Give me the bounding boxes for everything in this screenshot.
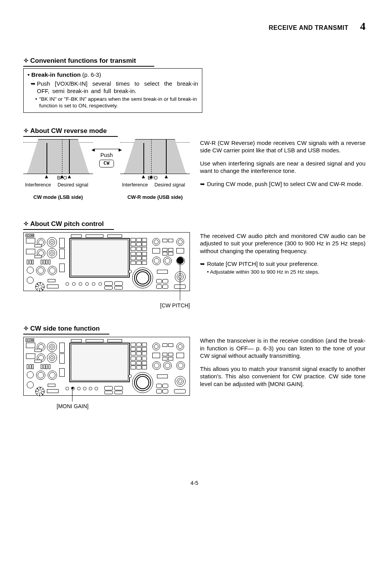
section-convenient-transmit: ✧Convenient functions for transmit xyxy=(23,57,154,67)
cw-sidetone-text: When the transceiver is in the receive c… xyxy=(200,337,365,393)
breakin-box: • Break-in function (p. 6-3) ➥ Push [VOX… xyxy=(23,68,202,112)
breakin-instruction-text: Push [VOX/BK-IN] several times to select… xyxy=(37,80,198,95)
brand-badge: iCOM xyxy=(26,338,34,342)
push-cw-block: ◀▶ Push CW xyxy=(93,148,120,167)
section-heading-text: Convenient functions for transmit xyxy=(30,57,136,64)
cw-sidetone-para2: This allows you to match your transmit s… xyxy=(200,365,365,388)
cwr-mode-caption: CW-R mode (USB side) xyxy=(120,194,190,201)
breakin-ref: (p. 6-3) xyxy=(82,71,101,78)
cw-pitch-diagram: iCOM xyxy=(23,232,190,309)
diamond-icon: ✧ xyxy=(23,127,29,134)
section-cw-pitch: ✧About CW pitch control xyxy=(23,220,114,230)
breakin-title-row: • Break-in function (p. 6-3) xyxy=(28,71,198,79)
section-cw-reverse: ✧About CW reverse mode xyxy=(23,127,118,137)
header-title: RECEIVE AND TRANSMIT xyxy=(269,24,348,32)
desired-label: Desired signal xyxy=(154,182,185,188)
diamond-icon: ✧ xyxy=(23,325,29,332)
interference-label: Interference xyxy=(122,182,148,188)
diamond-icon: ✧ xyxy=(23,57,29,64)
cw-pitch-instruction-text: Rotate [CW PITCH] to suit your preferenc… xyxy=(207,260,365,268)
breakin-instruction: ➥ Push [VOX/BK-IN] several times to sele… xyxy=(28,80,198,95)
cw-reverse-diagram: ▲ ▲ ▲ BFO Interference Desired signal CW… xyxy=(23,139,190,209)
page-number: 4-5 xyxy=(23,479,365,486)
brand-badge: iCOM xyxy=(26,234,34,237)
arrow-icon: ➥ xyxy=(31,80,37,88)
cwr-mode-panel: ▲ ▲ ▲ BFO Interference Desired signal CW… xyxy=(120,139,190,201)
arrow-icon: ➥ xyxy=(200,260,207,268)
arrow-icon: ➥ xyxy=(200,180,207,188)
cw-button[interactable]: CW xyxy=(99,160,114,167)
chapter-number: 4 xyxy=(360,19,365,33)
cw-reverse-para2: Use when interfering signals are near a … xyxy=(200,160,365,175)
cw-pitch-note: • Adjustable within 300 to 900 Hz in 25 … xyxy=(200,269,365,276)
cw-reverse-text: CW-R (CW Reverse) mode receives CW signa… xyxy=(200,139,365,188)
cw-reverse-para1: CW-R (CW Reverse) mode receives CW signa… xyxy=(200,139,365,154)
interference-label: Interference xyxy=(25,182,51,188)
breakin-note-text: "BK IN" or "F-BK IN" appears when the se… xyxy=(39,96,198,109)
bullet-icon: • xyxy=(35,96,39,103)
moni-gain-callout: [MONI GAIN] xyxy=(23,403,190,410)
page-header: RECEIVE AND TRANSMIT 4 xyxy=(23,19,365,33)
desired-label: Desired signal xyxy=(57,182,88,188)
cw-pitch-callout: [CW PITCH] xyxy=(23,302,190,309)
cw-pitch-para1: The received CW audio pitch and monitore… xyxy=(200,232,365,255)
cw-pitch-text: The received CW audio pitch and monitore… xyxy=(200,232,365,276)
cw-reverse-instruction-text: During CW mode, push [CW] to select CW a… xyxy=(207,180,365,188)
cw-reverse-instruction: ➥ During CW mode, push [CW] to select CW… xyxy=(200,180,365,188)
section-heading-text: CW side tone function xyxy=(30,325,100,332)
double-arrow-icon: ◀▶ xyxy=(93,148,120,151)
radio-panel: iCOM xyxy=(23,337,190,396)
cw-pitch-instruction: ➥ Rotate [CW PITCH] to suit your prefere… xyxy=(200,260,365,268)
cw-mode-caption: CW mode (LSB side) xyxy=(23,194,93,201)
section-heading-text: About CW pitch control xyxy=(30,220,104,228)
breakin-note: • "BK IN" or "F-BK IN" appears when the … xyxy=(28,96,198,109)
cw-sidetone-diagram: iCOM xyxy=(23,337,190,410)
section-heading-text: About CW reverse mode xyxy=(30,127,107,134)
cw-mode-panel: ▲ ▲ ▲ BFO Interference Desired signal CW… xyxy=(23,139,93,201)
section-cw-sidetone: ✧CW side tone function xyxy=(23,324,109,335)
diamond-icon: ✧ xyxy=(23,220,29,228)
cw-sidetone-para1: When the transceiver is in the receive c… xyxy=(200,337,365,360)
breakin-title: • Break-in function xyxy=(28,71,81,78)
push-label: Push xyxy=(93,152,120,159)
radio-panel: iCOM xyxy=(23,232,190,291)
